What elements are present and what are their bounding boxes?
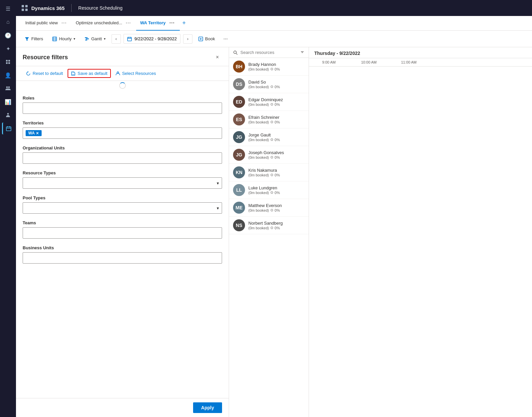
- teams-group: Teams: [23, 220, 222, 239]
- add-tab-button[interactable]: +: [180, 20, 189, 27]
- resource-types-dropdown[interactable]: ▾: [23, 177, 222, 189]
- svg-rect-21: [86, 38, 89, 39]
- filter-panel-title: Resource filters: [23, 54, 68, 61]
- svg-rect-3: [8, 62, 10, 64]
- contacts-icon[interactable]: 👤: [2, 69, 14, 81]
- org-units-group: Organizational Units: [23, 145, 222, 164]
- spinner: [119, 82, 126, 89]
- date-range-button[interactable]: 9/22/2022 - 9/28/2022: [124, 34, 180, 44]
- resource-name: Edgar Dominquez: [248, 97, 305, 102]
- gantt-chevron-icon: ▾: [104, 37, 106, 41]
- filters-button[interactable]: Filters: [21, 34, 46, 43]
- search-resources-input[interactable]: [240, 50, 297, 55]
- resource-item[interactable]: ES Efrain Schreiner (0m booked) ⊙ 0%: [229, 111, 309, 128]
- tab-bar: Initial public view ⋯ Optimize unschedul…: [16, 16, 532, 31]
- tab-dots-initial[interactable]: ⋯: [60, 20, 68, 26]
- resource-item[interactable]: ED Edgar Dominquez (0m booked) ⊙ 0%: [229, 93, 309, 111]
- sort-icon[interactable]: [300, 50, 305, 55]
- more-options-button[interactable]: ···: [221, 34, 230, 44]
- teams-input[interactable]: [23, 227, 222, 239]
- home-icon[interactable]: ⌂: [2, 16, 14, 28]
- resource-avatar: JG: [233, 131, 245, 143]
- resource-types-group: Resource Types ▾: [23, 170, 222, 189]
- resource-item[interactable]: JG Joseph Gonsalves (0m booked) ⊙ 0%: [229, 146, 309, 164]
- reset-icon: [26, 71, 31, 76]
- book-button[interactable]: Book: [195, 34, 218, 43]
- hourly-button[interactable]: Hourly ▾: [49, 34, 79, 43]
- territories-field[interactable]: WA ×: [23, 127, 222, 139]
- svg-rect-13: [22, 9, 24, 11]
- resource-avatar: NS: [233, 219, 245, 231]
- svg-point-6: [7, 113, 9, 115]
- resources-nav-icon[interactable]: [2, 109, 14, 121]
- save-as-default-button[interactable]: Save as default: [68, 69, 111, 78]
- resource-avatar: LL: [233, 184, 245, 196]
- pool-types-label: Pool Types: [23, 195, 222, 200]
- next-date-button[interactable]: ›: [183, 34, 192, 44]
- svg-rect-1: [8, 60, 10, 62]
- prev-date-button[interactable]: ‹: [112, 34, 121, 44]
- pinned-icon[interactable]: ✦: [2, 43, 14, 55]
- org-units-input[interactable]: [23, 152, 222, 164]
- resource-status: (0m booked) ⊙ 0%: [248, 190, 305, 195]
- resource-avatar: DS: [233, 78, 245, 90]
- svg-rect-2: [6, 62, 8, 64]
- top-bar: Dynamics 365 Resource Scheduling: [16, 0, 532, 16]
- resource-status: (0m booked) ⊙ 0%: [248, 226, 305, 230]
- reset-to-default-button[interactable]: Reset to default: [23, 69, 66, 78]
- gantt-button[interactable]: Gantt ▾: [81, 34, 109, 43]
- svg-rect-14: [25, 9, 28, 11]
- select-resources-icon: [116, 71, 120, 76]
- select-resources-button[interactable]: Select Resources: [112, 69, 159, 78]
- filter-footer: Apply: [16, 398, 229, 417]
- filter-close-button[interactable]: ×: [213, 53, 222, 62]
- business-units-input[interactable]: [23, 252, 222, 264]
- tab-initial-public-view[interactable]: Initial public view ⋯: [21, 16, 72, 31]
- resource-avatar: ED: [233, 96, 245, 108]
- filter-panel-header: Resource filters ×: [16, 47, 229, 66]
- resource-info: Norbert Sandberg (0m booked) ⊙ 0%: [248, 221, 305, 230]
- resource-item[interactable]: ME Matthew Everson (0m booked) ⊙ 0%: [229, 199, 309, 217]
- resource-name: Brady Hannon: [248, 62, 305, 67]
- resource-avatar: JG: [233, 149, 245, 161]
- resource-item[interactable]: NS Norbert Sandberg (0m booked) ⊙ 0%: [229, 217, 309, 234]
- svg-point-5: [8, 87, 10, 88]
- svg-rect-0: [6, 60, 8, 62]
- toolbar: Filters Hourly ▾ Gantt ▾ ‹: [16, 31, 532, 47]
- org-units-label: Organizational Units: [23, 145, 222, 150]
- resource-item[interactable]: KN Kris Nakamura (0m booked) ⊙ 0%: [229, 164, 309, 181]
- tab-optimize-unscheduled[interactable]: Optimize unscheduled... ⋯: [72, 16, 136, 31]
- resource-avatar: ME: [233, 202, 245, 214]
- svg-rect-12: [25, 5, 28, 7]
- svg-rect-23: [128, 37, 132, 41]
- resource-status: (0m booked) ⊙ 0%: [248, 67, 305, 71]
- territory-remove-button[interactable]: ×: [36, 131, 39, 135]
- resource-name: Norbert Sandberg: [248, 221, 305, 226]
- menu-icon[interactable]: ☰: [2, 3, 14, 15]
- tab-wa-territory[interactable]: WA Territory ⋯: [136, 16, 180, 31]
- resource-item[interactable]: LL Luke Lundgren (0m booked) ⊙ 0%: [229, 181, 309, 199]
- tab-dots-wa[interactable]: ⋯: [168, 20, 176, 26]
- people-group-icon[interactable]: [2, 83, 14, 95]
- resource-info: David So (0m booked) ⊙ 0%: [248, 80, 305, 89]
- accounts-icon[interactable]: [2, 56, 14, 68]
- resource-avatar: KN: [233, 166, 245, 178]
- recent-icon[interactable]: 🕐: [2, 29, 14, 41]
- schedule-area: Thursday - 9/22/2022 9:00 AM10:00 AM11:0…: [309, 47, 532, 417]
- svg-rect-32: [73, 72, 74, 73]
- pool-types-dropdown[interactable]: ▾: [23, 202, 222, 214]
- svg-rect-22: [85, 40, 87, 41]
- resource-name: David So: [248, 80, 305, 85]
- business-units-group: Business Units: [23, 245, 222, 264]
- resource-item[interactable]: BH Brady Hannon (0m booked) ⊙ 0%: [229, 58, 309, 76]
- resource-info: Matthew Everson (0m booked) ⊙ 0%: [248, 203, 305, 212]
- tab-dots-optimize[interactable]: ⋯: [124, 20, 132, 26]
- svg-point-4: [6, 87, 8, 88]
- resource-item[interactable]: DS David So (0m booked) ⊙ 0%: [229, 76, 309, 93]
- reports-icon[interactable]: 📊: [2, 96, 14, 108]
- resource-item[interactable]: JG Jorge Gault (0m booked) ⊙ 0%: [229, 128, 309, 146]
- roles-input[interactable]: [23, 103, 222, 114]
- resource-name: Jorge Gault: [248, 132, 305, 137]
- apply-button[interactable]: Apply: [193, 402, 222, 413]
- calendar-nav-icon[interactable]: [2, 122, 14, 134]
